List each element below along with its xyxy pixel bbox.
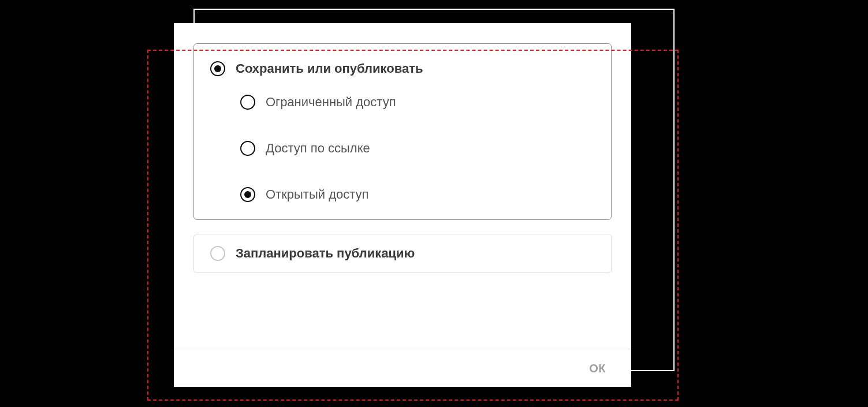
option-public-row[interactable]: Открытый доступ [240, 187, 595, 202]
ok-button[interactable]: ОК [589, 362, 606, 375]
schedule-row[interactable]: Запланировать публикацию [210, 246, 595, 261]
save-or-publish-row[interactable]: Сохранить или опубликовать [210, 61, 595, 76]
schedule-group: Запланировать публикацию [193, 234, 612, 273]
save-or-publish-group: Сохранить или опубликовать Ограниченный … [193, 43, 612, 220]
radio-unselected-icon [240, 141, 255, 156]
option-private-row[interactable]: Ограниченный доступ [240, 95, 595, 110]
option-public-label: Открытый доступ [266, 187, 368, 202]
option-private-label: Ограниченный доступ [266, 95, 396, 110]
radio-selected-icon [240, 187, 255, 202]
option-unlisted-label: Доступ по ссылке [266, 141, 370, 156]
dialog-footer: ОК [174, 349, 631, 387]
save-or-publish-label: Сохранить или опубликовать [236, 61, 423, 76]
option-unlisted-row[interactable]: Доступ по ссылке [240, 141, 595, 156]
visibility-sub-options: Ограниченный доступ Доступ по ссылке Отк… [210, 95, 595, 202]
schedule-label: Запланировать публикацию [236, 246, 415, 261]
dialog-body: Сохранить или опубликовать Ограниченный … [174, 23, 631, 349]
visibility-dialog: Сохранить или опубликовать Ограниченный … [174, 23, 631, 387]
radio-unselected-icon [240, 95, 255, 110]
radio-selected-icon [210, 61, 225, 76]
radio-unselected-icon [210, 246, 225, 261]
